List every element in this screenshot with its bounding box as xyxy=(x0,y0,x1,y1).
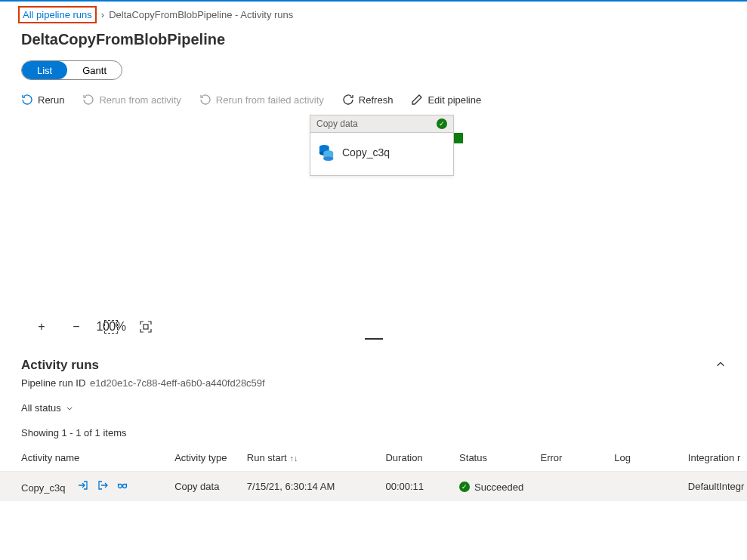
filter-row: All status xyxy=(0,389,747,414)
table-row[interactable]: Copy_c3q Copy data 7/15/21, 6:30:14 AM 0… xyxy=(0,472,747,501)
showing-count: Showing 1 - 1 of 1 items xyxy=(0,414,747,446)
zoom-controls: + − 100% xyxy=(35,320,153,334)
col-activity-type[interactable]: Activity type xyxy=(174,452,247,463)
col-status[interactable]: Status xyxy=(459,452,540,463)
activity-runs-title: Activity runs xyxy=(21,358,99,373)
sort-icon: ↑↓ xyxy=(290,454,298,463)
database-icon xyxy=(318,143,335,162)
breadcrumb: All pipeline runs › DeltaCopyFromBlobPip… xyxy=(0,2,747,28)
row-run-start: 7/15/21, 6:30:14 AM xyxy=(247,481,386,492)
refresh-icon xyxy=(342,94,354,106)
row-duration: 00:00:11 xyxy=(385,481,459,492)
rerun-from-failed-label: Rerun from failed activity xyxy=(216,94,324,106)
activity-runs-header: Activity runs xyxy=(0,358,747,373)
input-icon[interactable] xyxy=(77,479,89,491)
rerun-icon xyxy=(82,94,94,106)
pipeline-canvas[interactable]: Copy data ✓ Copy_c3q + − 100% xyxy=(21,115,726,334)
svg-point-6 xyxy=(123,485,127,488)
run-id-value: e1d20e1c-7c88-4eff-a6b0-a440fd28c59f xyxy=(90,377,265,389)
rerun-from-activity-button: Rerun from activity xyxy=(82,94,181,106)
edit-pipeline-label: Edit pipeline xyxy=(428,94,481,106)
view-toggle-list[interactable]: List xyxy=(22,61,67,79)
rerun-icon xyxy=(199,94,211,106)
rerun-from-activity-label: Rerun from activity xyxy=(99,94,181,106)
col-log[interactable]: Log xyxy=(614,452,688,463)
svg-point-5 xyxy=(119,485,122,488)
status-filter-label: All status xyxy=(21,402,61,414)
refresh-label: Refresh xyxy=(359,94,394,106)
pipeline-run-id: Pipeline run ID e1d20e1c-7c88-4eff-a6b0-… xyxy=(0,373,747,389)
zoom-fit-button[interactable] xyxy=(139,320,153,334)
success-check-icon: ✓ xyxy=(437,118,447,129)
collapse-section-button[interactable] xyxy=(715,359,726,372)
col-activity-name[interactable]: Activity name xyxy=(21,452,174,463)
status-filter-dropdown[interactable]: All status xyxy=(21,402,73,414)
table-header: Activity name Activity type Run start ↑↓… xyxy=(0,446,747,472)
rerun-icon xyxy=(21,94,33,106)
chevron-up-icon xyxy=(715,359,726,370)
row-integration: DefaultIntegr xyxy=(688,481,747,492)
row-activity-type: Copy data xyxy=(174,481,247,492)
col-run-start[interactable]: Run start ↑↓ xyxy=(247,452,386,463)
details-glasses-icon[interactable] xyxy=(116,479,128,491)
breadcrumb-separator: › xyxy=(101,9,104,20)
svg-point-3 xyxy=(323,157,333,162)
activity-card-header: Copy data ✓ xyxy=(310,115,453,133)
col-duration[interactable]: Duration xyxy=(385,452,459,463)
edit-pipeline-button[interactable]: Edit pipeline xyxy=(411,94,481,106)
activity-card-name: Copy_c3q xyxy=(342,146,390,158)
output-icon[interactable] xyxy=(97,479,109,491)
view-toggle-gantt[interactable]: Gantt xyxy=(67,61,122,79)
panel-resize-handle[interactable] xyxy=(0,338,747,352)
activity-connector xyxy=(454,133,463,143)
page-title: DeltaCopyFromBlobPipeline xyxy=(21,31,726,48)
pencil-icon xyxy=(411,94,423,106)
col-run-start-label: Run start xyxy=(247,452,287,463)
zoom-in-button[interactable]: + xyxy=(35,320,48,334)
view-toggle: List Gantt xyxy=(21,60,122,80)
success-check-icon: ✓ xyxy=(459,482,470,492)
rerun-from-failed-button: Rerun from failed activity xyxy=(199,94,324,106)
refresh-button[interactable]: Refresh xyxy=(342,94,394,106)
breadcrumb-current: DeltaCopyFromBlobPipeline - Activity run… xyxy=(109,9,293,20)
col-error[interactable]: Error xyxy=(541,452,615,463)
zoom-out-button[interactable]: − xyxy=(69,320,83,334)
activity-card[interactable]: Copy data ✓ Copy_c3q xyxy=(310,115,454,176)
rerun-label: Rerun xyxy=(38,94,64,106)
rerun-button[interactable]: Rerun xyxy=(21,94,64,106)
activity-card-type: Copy data xyxy=(316,118,358,129)
row-activity-name: Copy_c3q xyxy=(21,482,66,494)
chevron-down-icon xyxy=(66,405,73,412)
row-status: Succeeded xyxy=(474,482,523,493)
activity-card-body: Copy_c3q xyxy=(310,133,453,175)
col-integration[interactable]: Integration r xyxy=(688,452,747,463)
svg-rect-4 xyxy=(144,325,148,329)
toolbar: Rerun Rerun from activity Rerun from fai… xyxy=(21,94,726,106)
zoom-100-button[interactable]: 100% xyxy=(104,320,118,334)
run-id-label: Pipeline run ID xyxy=(21,377,85,389)
breadcrumb-all-pipeline-runs[interactable]: All pipeline runs xyxy=(18,6,97,23)
activity-runs-table: Activity name Activity type Run start ↑↓… xyxy=(0,446,747,501)
